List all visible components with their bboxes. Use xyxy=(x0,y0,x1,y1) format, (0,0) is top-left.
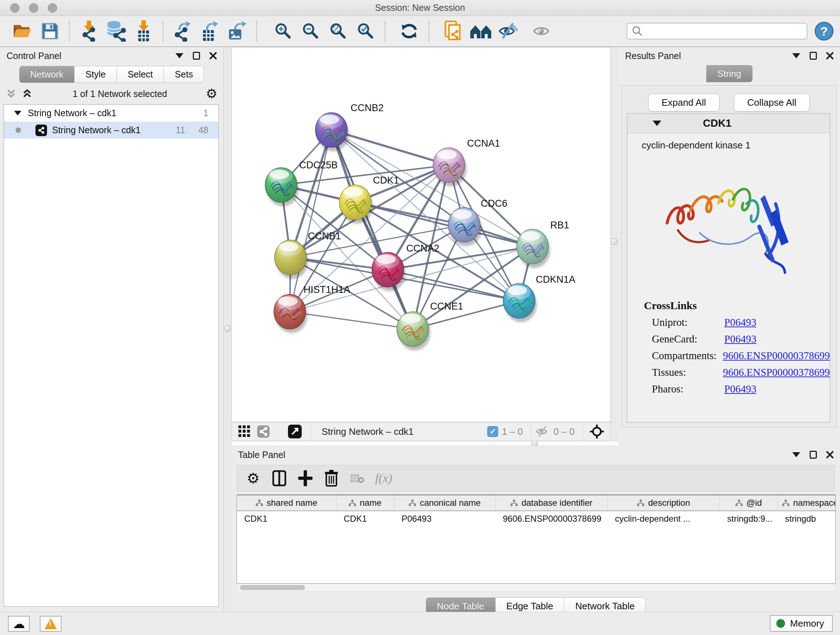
column-header-shared-name[interactable]: shared name xyxy=(237,495,336,510)
scrollbar-thumb[interactable] xyxy=(240,585,305,590)
network-node-RB1[interactable] xyxy=(516,229,550,268)
zoom-in-button[interactable] xyxy=(272,19,295,43)
panel-float-icon[interactable] xyxy=(810,451,817,459)
column-header-label: database identifier xyxy=(521,498,592,508)
right-splitter-handle[interactable] xyxy=(611,238,618,245)
crosslink-value-link[interactable]: P06493 xyxy=(724,333,756,345)
panel-collapse-icon[interactable] xyxy=(792,452,800,457)
table-cell[interactable]: CDK1 xyxy=(237,511,336,526)
tab-network[interactable]: Network xyxy=(19,66,75,83)
expand-all-icon[interactable] xyxy=(22,89,34,98)
string-home-button[interactable] xyxy=(469,19,493,43)
panel-float-icon[interactable] xyxy=(193,52,200,60)
column-header-canonical-name[interactable]: canonical name xyxy=(394,495,496,510)
delete-column-button[interactable] xyxy=(321,468,342,489)
crosslink-value-link[interactable]: P06493 xyxy=(724,317,756,328)
panel-float-icon[interactable] xyxy=(810,52,817,60)
tab-sets[interactable]: Sets xyxy=(164,66,204,83)
network-overview-icon[interactable] xyxy=(257,425,270,438)
duplicate-network-button[interactable] xyxy=(442,19,465,43)
main-toolbar: ? xyxy=(0,16,840,47)
zoom-selected-button[interactable] xyxy=(354,19,377,43)
column-header-namespace[interactable]: namespace xyxy=(778,495,836,510)
expand-all-button[interactable]: Expand All xyxy=(648,94,720,111)
column-header-database-identifier[interactable]: database identifier xyxy=(496,495,608,510)
export-table-button[interactable] xyxy=(198,19,221,43)
left-splitter[interactable] xyxy=(224,47,232,612)
network-canvas[interactable]: CCNB2CCNA1CDC25BCDK1CDC6RB1CCNB1CCNA2CDK… xyxy=(232,47,611,422)
column-header-label: canonical name xyxy=(420,498,480,508)
eye-icon xyxy=(532,24,551,38)
table-options-button[interactable]: ⚙ xyxy=(243,468,264,489)
crosslink-value-link[interactable]: 9606.ENSP00000378699 xyxy=(723,366,830,378)
panel-collapse-icon[interactable] xyxy=(792,53,800,58)
show-columns-button[interactable] xyxy=(269,468,290,489)
status-bar: ☁ Memory xyxy=(0,612,840,635)
open-session-button[interactable] xyxy=(11,19,34,43)
left-splitter-handle[interactable] xyxy=(224,325,231,332)
tab-string[interactable]: String xyxy=(706,65,752,82)
network-node-CDC25B[interactable] xyxy=(265,168,299,206)
show-visibility-button[interactable] xyxy=(530,19,553,43)
zoom-out-button[interactable] xyxy=(299,19,322,43)
column-header-@id[interactable]: @id xyxy=(720,495,778,510)
export-network-button[interactable] xyxy=(171,19,194,43)
warnings-button[interactable] xyxy=(40,616,62,632)
export-image-button[interactable] xyxy=(226,19,249,43)
network-collection-row[interactable]: String Network – cdk1 1 xyxy=(4,105,218,122)
table-cell[interactable]: stringdb xyxy=(778,511,836,526)
tab-select[interactable]: Select xyxy=(117,66,164,83)
crosslink-value-link[interactable]: 9606.ENSP00000378699 xyxy=(723,350,830,362)
table-gear-icon: ⚙ xyxy=(247,471,260,486)
birdseye-crosshair-icon[interactable] xyxy=(589,424,605,439)
tab-style[interactable]: Style xyxy=(74,66,117,83)
search-input[interactable] xyxy=(627,23,807,40)
help-button[interactable]: ? xyxy=(815,22,834,41)
grid-view-icon[interactable] xyxy=(238,425,251,438)
crosslink-value-link[interactable]: P06493 xyxy=(724,383,756,395)
network-options-gear-icon[interactable]: ⚙ xyxy=(206,87,218,100)
import-network-file-button[interactable] xyxy=(77,19,100,43)
network-node-CDKN1A[interactable] xyxy=(503,283,537,322)
network-node-CCNE1[interactable] xyxy=(397,312,431,350)
column-mapping-icon xyxy=(782,500,789,506)
panel-close-icon[interactable] xyxy=(210,52,217,59)
table-cell[interactable]: stringdb:9... xyxy=(720,511,778,526)
panel-close-icon[interactable] xyxy=(826,451,834,458)
network-node-CCNA1[interactable] xyxy=(433,148,467,187)
section-collapse-icon[interactable] xyxy=(653,120,661,126)
add-column-button[interactable] xyxy=(295,468,316,489)
column-header-name[interactable]: name xyxy=(336,495,394,510)
table-cell[interactable]: 9606.ENSP00000378699 xyxy=(496,511,608,526)
import-network-database-button[interactable] xyxy=(104,19,128,43)
save-session-button[interactable] xyxy=(38,19,62,43)
import-network-icon xyxy=(79,21,98,42)
memory-button[interactable]: Memory xyxy=(770,615,833,632)
import-table-file-button[interactable] xyxy=(132,19,155,43)
table-cell[interactable]: P06493 xyxy=(394,511,496,526)
table-cell[interactable]: CDK1 xyxy=(336,511,394,526)
network-node-CDK1[interactable] xyxy=(339,185,373,224)
column-header-description[interactable]: description xyxy=(608,495,720,510)
zoom-fit-button[interactable] xyxy=(327,19,350,43)
hidden-eye-icon[interactable] xyxy=(535,426,550,437)
table-row[interactable]: CDK1CDK1P064939606.ENSP00000378699cyclin… xyxy=(237,511,835,526)
network-edge-CCNE1-HIST1H1A[interactable] xyxy=(290,312,413,329)
selected-checkbox-icon[interactable]: ✓ xyxy=(487,426,498,437)
collapse-all-button[interactable]: Collapse All xyxy=(734,94,810,111)
open-in-window-icon[interactable] xyxy=(288,424,302,439)
panel-collapse-icon[interactable] xyxy=(175,53,183,58)
panel-close-icon[interactable] xyxy=(826,52,834,59)
table-horizontal-scrollbar[interactable] xyxy=(237,584,836,592)
hide-visibility-button[interactable] xyxy=(497,19,520,43)
network-node-CCNB2[interactable] xyxy=(316,112,349,151)
network-row[interactable]: String Network – cdk1 11 48 xyxy=(4,122,218,139)
refresh-view-button[interactable] xyxy=(398,19,421,43)
gene-section-header[interactable]: CDK1 xyxy=(627,114,830,133)
collapse-all-icon[interactable] xyxy=(6,89,17,98)
tree-expand-icon[interactable] xyxy=(14,111,21,116)
cloud-status-button[interactable]: ☁ xyxy=(8,616,30,632)
network-node-CCNA2[interactable] xyxy=(372,252,406,291)
table-cell[interactable]: cyclin-dependent ... xyxy=(608,511,720,526)
network-edge-CDKN1A-CCNE1[interactable] xyxy=(413,301,519,329)
